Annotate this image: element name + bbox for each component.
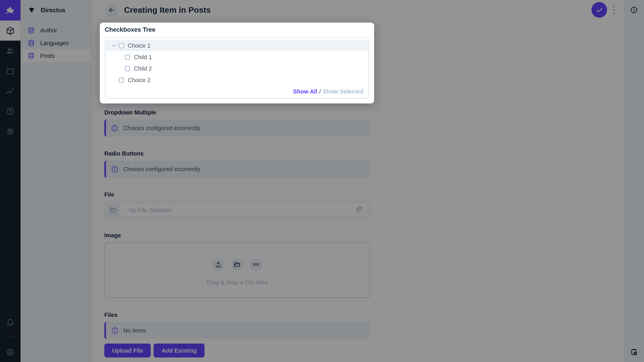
tree-item-label: Choice 2 [128,77,150,83]
tree-item-choice-2[interactable]: Choice 2 [106,74,368,86]
show-selected-link[interactable]: Show Selected [323,88,364,95]
checkbox[interactable] [119,43,124,48]
tree-item-label: Child 2 [134,65,152,72]
chevron-down-icon[interactable] [111,43,119,48]
card-title: Checkboxes Tree [105,26,369,33]
checkboxes-tree-card: Checkboxes Tree Choice 1 Child 1 Child 2 [100,23,374,103]
app-window: Directus Author L [0,0,644,362]
checkboxes-tree: Choice 1 Child 1 Child 2 Choice 2 Show A… [105,37,369,98]
show-all-link[interactable]: Show All [293,88,317,95]
tree-item-label: Child 1 [134,54,152,60]
tree-item-child-2[interactable]: Child 2 [106,63,368,74]
tree-item-child-1[interactable]: Child 1 [106,51,368,63]
tree-footer: Show All / Show Selected [106,86,368,96]
checkbox[interactable] [125,66,130,71]
tree-item-choice-1[interactable]: Choice 1 [106,40,368,51]
checkbox[interactable] [125,54,130,60]
tree-item-label: Choice 1 [128,42,150,49]
checkbox[interactable] [119,77,124,83]
footer-separator: / [319,88,321,95]
